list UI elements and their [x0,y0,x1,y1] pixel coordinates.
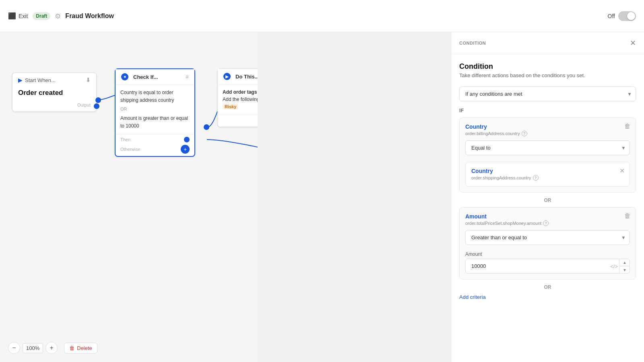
do-footer: Output [218,114,258,127]
condition-panel: CONDITION ✕ Condition Take different act… [451,32,644,362]
check-body: Country is equal to order shipping addre… [116,85,194,134]
start-right-dot [95,97,101,103]
add-criteria-link[interactable]: Add criteria [459,294,636,300]
draft-badge: Draft [33,12,50,20]
condition2-row: Amount order.totalPriceSet.shopMoney.amo… [459,207,636,280]
otherwise-label: Otherwise [120,147,140,152]
condition2-info-icon[interactable]: ? [543,220,549,226]
check-header-label: Check If... [133,74,158,80]
delete-button[interactable]: 🗑 Delete [64,343,97,354]
panel-content: Condition Take different actions based o… [451,54,644,308]
condition1-field-name: Country [465,123,630,130]
download-icon: ⬇ [86,77,91,83]
check-or-label: OR [120,106,190,113]
zoom-in-button[interactable]: + [45,342,58,354]
delete-label: Delete [77,345,92,351]
condition1-operator-wrap: Equal to ▼ [465,140,630,155]
start-node-title: Order created [12,87,96,103]
condition2-operator-select[interactable]: Greater than or equal to [465,230,630,245]
condition2-field-path: order.totalPriceSet.shopMoney.amount ? [465,220,630,226]
exit-label: Exit [19,13,28,19]
check-otherwise-footer: Otherwise + [116,145,194,156]
check-then-dot [204,124,209,130]
start-output-label: Output [12,103,96,111]
code-icon: </> [610,263,618,269]
canvas-inner: ▶ Start When... ⬇ Order created Output ✦… [0,32,258,362]
amount-value-label: Amount [465,251,630,257]
close-button[interactable]: ✕ [630,39,636,47]
zoom-controls: − 100% + 🗑 Delete [8,342,97,354]
check-condition1: Country is equal to order shipping addre… [120,89,190,104]
condition2-operator-wrap: Greater than or equal to ▼ [465,230,630,245]
start-title: ▶ Start When... [18,77,56,83]
topbar: ⬛ Exit Draft ⊙ Fraud Workflow Off [0,0,644,32]
otherwise-add-btn[interactable]: + [181,145,190,154]
workflow-canvas[interactable]: ▶ Start When... ⬇ Order created Output ✦… [0,32,258,362]
condition2-field-name: Amount [465,213,630,220]
do-node: ▶ Do This... ⬇ Add order tags Add the fo… [217,68,258,127]
stepper-down-button[interactable]: ▼ [619,266,630,274]
condition2-delete-icon[interactable]: 🗑 [624,212,631,220]
condition1-value-name: Country [471,168,624,174]
start-when-label: Start When... [25,77,56,83]
workflow-title: Fraud Workflow [65,12,114,20]
condition1-value-info-icon[interactable]: ? [533,175,539,181]
if-section-label: IF [459,108,636,113]
risky-tag: Risky [223,104,238,109]
do-desc: Add the following order tags: Risky [223,97,258,109]
do-body: Add order tags Add the following order t… [218,84,258,114]
toggle-label: Off [608,13,615,19]
condition1-info-icon[interactable]: ? [522,131,527,136]
do-title: Add order tags [223,89,257,95]
or-divider-2: OR [459,284,636,290]
check-footer: Then [116,134,194,145]
condition1-delete-icon[interactable]: 🗑 [624,123,631,130]
start-node-header: ▶ Start When... ⬇ [12,73,96,87]
exit-button[interactable]: ⬛ Exit [8,12,28,20]
zoom-out-button[interactable]: − [8,342,20,354]
start-output-dot [94,103,99,109]
panel-title: Condition [459,62,636,71]
then-label: Then [120,137,130,142]
trash-icon: 🗑 [69,345,74,351]
condition1-field-path: order.billingAddress.country ? [465,131,630,136]
toggle-switch[interactable] [618,11,636,21]
any-conditions-select[interactable]: If any conditions are met [459,86,636,101]
amount-input[interactable] [465,259,630,274]
do-node-header: ▶ Do This... ⬇ [218,69,258,84]
toggle-knob [627,12,635,20]
condition1-value-path: order.shippingAddress.country ? [471,175,624,181]
start-node: ▶ Start When... ⬇ Order created Output [12,72,97,112]
toggle-area: Off [608,11,636,21]
check-node[interactable]: ✦ Check If... ≡ Country is equal to orde… [115,68,195,157]
panel-header: CONDITION ✕ [451,32,644,54]
do-header-label: Do This... [235,74,258,80]
do-icon: ▶ [223,73,231,80]
check-icon: ✦ [121,73,128,80]
play-icon: ▶ [18,77,23,83]
check-node-header: ✦ Check If... ≡ [116,69,194,85]
zoom-percentage: 100% [23,343,43,353]
condition1-value-delete-icon[interactable]: ✕ [619,167,625,175]
panel-desc: Take different actions based on the cond… [459,72,636,78]
amount-input-wrap: </> ▲ ▼ [465,259,630,274]
check-condition2: Amount is greater than or equal to 10000 [120,115,190,130]
condition1-operator-select[interactable]: Equal to [465,140,630,155]
topbar-left: ⬛ Exit Draft ⊙ Fraud Workflow [8,12,114,20]
condition1-value-row: Country order.shippingAddress.country ? … [465,162,630,187]
exit-icon: ⬛ [8,12,16,20]
condition1-row: Country order.billingAddress.country ? 🗑… [459,117,636,193]
panel-type-label: CONDITION [459,41,486,45]
stepper-up-button[interactable]: ▲ [619,259,630,266]
then-dot [184,137,190,142]
any-conditions-select-wrap: If any conditions are met ▼ [459,86,636,101]
workflow-icon: ⊙ [55,12,60,20]
or-divider-1: OR [459,197,636,203]
amount-stepper: ▲ ▼ [619,259,630,274]
filter-icon: ≡ [186,74,189,80]
